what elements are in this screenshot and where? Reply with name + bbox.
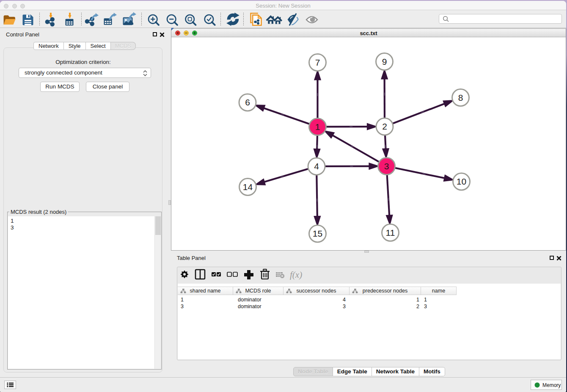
svg-text:f(x): f(x)	[290, 270, 302, 280]
svg-text:6: 6	[245, 97, 250, 107]
svg-text:14: 14	[243, 182, 253, 192]
svg-text:7: 7	[315, 58, 320, 67]
svg-text:11: 11	[386, 228, 395, 237]
svg-text:3: 3	[384, 161, 389, 171]
svg-text:9: 9	[382, 57, 387, 66]
svg-text:2: 2	[382, 121, 387, 131]
svg-text:8: 8	[458, 93, 463, 102]
svg-text:10: 10	[457, 177, 466, 186]
svg-text:1: 1	[315, 122, 320, 132]
svg-text:4: 4	[314, 161, 319, 171]
svg-text:15: 15	[313, 229, 322, 238]
